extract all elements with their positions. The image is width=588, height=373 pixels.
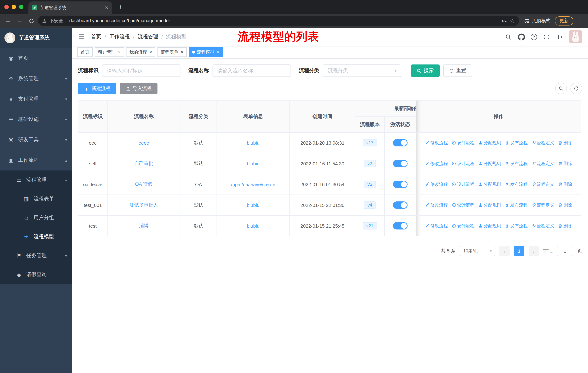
fullscreen-icon[interactable] <box>543 33 550 41</box>
hamburger-icon[interactable] <box>78 33 84 40</box>
process-name-link[interactable]: OA 请假 <box>135 181 152 188</box>
close-window-button[interactable] <box>4 5 9 9</box>
edit-process-link[interactable]: 修改流程 <box>425 202 448 208</box>
process-name-link[interactable]: 自己审批 <box>134 160 153 167</box>
close-icon[interactable]: × <box>149 50 152 55</box>
design-process-link[interactable]: 设计流程 <box>452 223 474 229</box>
process-name-input[interactable] <box>212 64 291 77</box>
sidebar-item-form[interactable]: ▥流程表单 <box>0 189 72 208</box>
delete-process-link[interactable]: 删除 <box>558 161 572 167</box>
sidebar-item-workflow[interactable]: ▣工作流程▴ <box>0 150 72 171</box>
publish-process-link[interactable]: 发布流程 <box>505 161 528 167</box>
font-size-icon[interactable]: TT <box>556 33 563 41</box>
edit-process-link[interactable]: 修改流程 <box>425 181 448 187</box>
reload-button[interactable] <box>26 16 36 26</box>
close-icon[interactable]: × <box>217 50 220 55</box>
tab-tag[interactable]: 首页 <box>77 47 93 57</box>
publish-process-link[interactable]: 发布流程 <box>505 202 528 208</box>
sidebar-item-paper-plane[interactable]: ✈流程模型 <box>0 227 72 246</box>
sidebar-item-user[interactable]: ☻请假查询 <box>0 265 72 284</box>
close-icon[interactable]: × <box>181 50 183 55</box>
edit-process-link[interactable]: 修改流程 <box>425 140 448 146</box>
process-name-link[interactable]: 滔博 <box>139 222 148 229</box>
sidebar-item-payment[interactable]: ¥支付管理▾ <box>0 89 72 109</box>
page-size-select[interactable]: 10条/页 ▾ <box>460 246 495 256</box>
assign-process-link[interactable]: 分配规则 <box>478 181 501 187</box>
key-icon[interactable] <box>501 18 507 23</box>
definition-process-link[interactable]: 流程定义 <box>531 140 554 146</box>
edit-process-link[interactable]: 修改流程 <box>425 223 448 229</box>
breadcrumb-item[interactable]: 首页 <box>91 33 101 40</box>
create-process-button[interactable]: ＋ 新建流程 <box>78 83 116 94</box>
update-button[interactable]: 更新 <box>555 16 573 25</box>
delete-process-link[interactable]: 删除 <box>558 181 572 187</box>
browser-tab[interactable]: 芋道管理系统 ✕ <box>28 1 112 14</box>
assign-process-link[interactable]: 分配规则 <box>478 140 501 146</box>
sidebar-item-infrastructure[interactable]: ▤基础设施▾ <box>0 109 72 130</box>
sidebar-item-task[interactable]: ⚑任务管理▾ <box>0 246 72 265</box>
definition-process-link[interactable]: 流程定义 <box>531 181 554 187</box>
browser-menu-icon[interactable]: ⋮ <box>577 17 583 24</box>
delete-process-link[interactable]: 删除 <box>558 140 572 146</box>
active-toggle[interactable] <box>393 139 408 146</box>
process-name-link[interactable]: 测试多审批人 <box>130 202 158 208</box>
publish-process-link[interactable]: 发布流程 <box>505 181 528 187</box>
sidebar-item-user-group[interactable]: ☺用户分组 <box>0 208 72 227</box>
incognito-badge[interactable]: 无痕模式 <box>524 18 550 24</box>
assign-process-link[interactable]: 分配规则 <box>478 223 501 229</box>
category-select[interactable]: 流程分类 ▾ <box>323 64 401 77</box>
close-icon[interactable]: × <box>118 50 121 55</box>
next-page-button[interactable]: › <box>529 246 539 256</box>
tab-tag[interactable]: 租户管理× <box>95 47 124 57</box>
tab-close-icon[interactable]: ✕ <box>105 5 109 10</box>
delete-process-link[interactable]: 删除 <box>558 202 572 208</box>
tab-tag[interactable]: 流程模型× <box>189 47 223 57</box>
forward-button[interactable]: → <box>15 16 25 26</box>
delete-process-link[interactable]: 删除 <box>558 223 572 229</box>
active-toggle[interactable] <box>393 181 408 188</box>
active-toggle[interactable] <box>393 202 408 209</box>
process-name-link[interactable]: eeee <box>138 140 149 146</box>
search-icon[interactable] <box>504 33 512 41</box>
tab-tag[interactable]: 我的流程× <box>126 47 155 57</box>
design-process-link[interactable]: 设计流程 <box>452 181 474 187</box>
sidebar-item-process-management[interactable]: ☰流程管理▴ <box>0 171 72 189</box>
user-avatar[interactable] <box>569 30 582 43</box>
form-info-link[interactable]: biubiu <box>247 223 259 229</box>
process-key-input[interactable] <box>102 64 180 77</box>
definition-process-link[interactable]: 流程定义 <box>531 202 554 208</box>
reset-button[interactable]: 重置 <box>443 64 472 77</box>
show-search-button[interactable] <box>555 83 567 94</box>
search-button[interactable]: 搜索 <box>411 64 440 77</box>
goto-page-input[interactable] <box>557 246 573 256</box>
edit-process-link[interactable]: 修改流程 <box>425 161 448 167</box>
publish-process-link[interactable]: 发布流程 <box>505 140 528 146</box>
github-icon[interactable] <box>518 33 525 41</box>
new-tab-button[interactable]: ＋ <box>117 2 124 11</box>
zoom-window-button[interactable] <box>19 5 23 9</box>
design-process-link[interactable]: 设计流程 <box>452 202 474 208</box>
definition-process-link[interactable]: 流程定义 <box>531 161 554 167</box>
page-number-button[interactable]: 1 <box>514 246 524 256</box>
minimize-window-button[interactable] <box>12 5 16 9</box>
form-info-link[interactable]: /bpm/oa/leave/create <box>231 181 275 187</box>
form-info-link[interactable]: biubiu <box>247 140 259 146</box>
form-info-link[interactable]: biubiu <box>247 161 259 166</box>
bookmark-star-icon[interactable]: ☆ <box>510 18 515 24</box>
breadcrumb-item[interactable]: 流程管理 <box>138 33 158 40</box>
back-button[interactable]: ← <box>3 16 13 26</box>
sidebar-item-gear[interactable]: ⚙系统管理▾ <box>0 69 72 89</box>
assign-process-link[interactable]: 分配规则 <box>478 161 501 167</box>
tab-tag[interactable]: 流程表单× <box>158 47 187 57</box>
breadcrumb-item[interactable]: 流程模型 <box>166 33 187 40</box>
active-toggle[interactable] <box>393 222 408 230</box>
address-bar[interactable]: ⚠ 不安全 dashboard.yudao.iocoder.cn/bpm/man… <box>38 16 519 26</box>
definition-process-link[interactable]: 流程定义 <box>531 223 554 229</box>
refresh-table-button[interactable] <box>570 83 582 94</box>
active-toggle[interactable] <box>393 160 408 167</box>
publish-process-link[interactable]: 发布流程 <box>505 223 528 229</box>
form-info-link[interactable]: biubiu <box>247 202 259 208</box>
app-logo[interactable]: 芋道管理系统 <box>0 28 72 48</box>
design-process-link[interactable]: 设计流程 <box>452 161 474 167</box>
import-process-button[interactable]: 导入流程 <box>120 83 158 94</box>
